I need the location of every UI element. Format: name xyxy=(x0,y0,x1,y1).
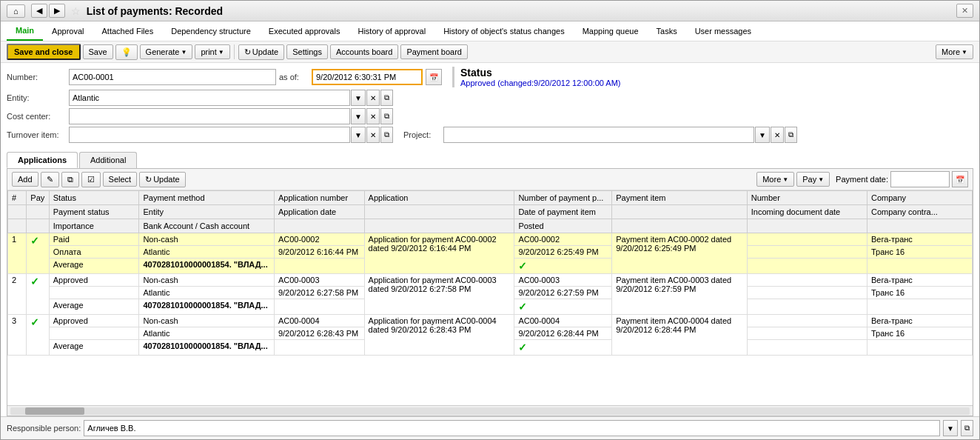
col-header-entity: Entity xyxy=(139,205,275,219)
col-header-status: Status xyxy=(49,191,139,205)
table-row-2[interactable]: 2 ✓ Approved Non-cash AC00-0003 Applicat… xyxy=(8,274,973,287)
cost-center-clear[interactable]: ✕ xyxy=(366,108,380,124)
select-button[interactable]: Select xyxy=(103,172,138,187)
sub-more-button[interactable]: More ▼ xyxy=(756,172,794,187)
date-input[interactable] xyxy=(312,69,423,85)
row2-contrapart: Транс 16 xyxy=(867,287,972,299)
row-contrapart: Транс 16 xyxy=(867,246,972,259)
menu-tasks[interactable]: Tasks xyxy=(648,22,686,40)
row-numpay: AC00-0002 xyxy=(514,233,612,246)
row3-application: Application for payment AC00-0004 dated … xyxy=(364,315,514,356)
row2-num: 2 xyxy=(8,274,27,315)
tab-additional[interactable]: Additional xyxy=(79,152,137,168)
row3-datepay: 9/20/2012 6:28:44 PM xyxy=(514,327,612,340)
settings-button[interactable]: Settings xyxy=(286,44,328,59)
check-button[interactable]: ☑ xyxy=(81,172,101,187)
home-button[interactable]: ⌂ xyxy=(7,4,25,18)
row-application: Application for payment AC00-0002 dated … xyxy=(364,233,514,274)
col-header-appnum: Application number xyxy=(274,191,364,205)
project-open[interactable]: ⧉ xyxy=(785,127,797,143)
copy-button[interactable]: ⧉ xyxy=(61,172,79,187)
menu-user-messages[interactable]: User messages xyxy=(686,22,760,40)
edit-icon-button[interactable]: ✎ xyxy=(41,172,59,187)
accounts-board-button[interactable]: Accounts board xyxy=(330,44,398,59)
calendar-icon[interactable]: 📅 xyxy=(426,69,442,85)
update-button[interactable]: ↻ Update xyxy=(238,44,284,60)
row3-pay: ✓ xyxy=(27,315,49,356)
turnover-open[interactable]: ⧉ xyxy=(380,127,393,143)
col-header-importance: Importance xyxy=(49,219,139,233)
row-status: Paid xyxy=(49,233,139,246)
turnover-dropdown[interactable]: ▼ xyxy=(351,127,366,143)
responsible-open[interactable]: ⧉ xyxy=(961,420,973,436)
save-button[interactable]: Save xyxy=(83,44,113,59)
menu-executed-approvals[interactable]: Executed approvals xyxy=(260,22,349,40)
print-button[interactable]: print ▼ xyxy=(195,44,229,59)
turnover-input[interactable] xyxy=(69,127,350,143)
row-bankaccount: 4070281010000001854. "ВЛАД... xyxy=(139,259,275,274)
forward-button[interactable]: ▶ xyxy=(49,4,65,18)
cost-center-open[interactable]: ⧉ xyxy=(380,108,393,124)
back-button[interactable]: ◀ xyxy=(31,4,47,18)
project-dropdown[interactable]: ▼ xyxy=(755,127,770,143)
col-header-app3 xyxy=(364,219,514,233)
project-clear[interactable]: ✕ xyxy=(771,127,784,143)
row2-method: Non-cash xyxy=(139,274,275,287)
col-header-payitem: Payment item xyxy=(612,191,748,205)
col-header-num2 xyxy=(8,205,27,219)
as-of-label: as of: xyxy=(279,73,309,81)
menu-dependency[interactable]: Dependency structure xyxy=(162,22,260,40)
generate-button[interactable]: Generate ▼ xyxy=(140,44,193,59)
close-button[interactable]: ✕ xyxy=(956,4,973,18)
cost-center-input[interactable] xyxy=(69,108,350,124)
lightbulb-button[interactable]: 💡 xyxy=(115,44,138,60)
cost-center-label: Cost center: xyxy=(7,112,66,121)
payment-cal-icon[interactable]: 📅 xyxy=(952,171,968,187)
number-input[interactable] xyxy=(69,69,276,85)
row3-appnum3 xyxy=(274,340,364,356)
sub-update-button[interactable]: ↻ Update xyxy=(139,172,185,187)
row3-company: Вега-транс xyxy=(867,315,972,327)
row2-importance: Average xyxy=(49,299,139,315)
menu-approval[interactable]: Approval xyxy=(43,22,93,40)
row3-numpay: AC00-0004 xyxy=(514,315,612,327)
menu-attached-files[interactable]: Attached Files xyxy=(93,22,162,40)
col-header-company: Company xyxy=(867,191,972,205)
row2-number xyxy=(747,274,867,287)
pay-button[interactable]: Pay ▼ xyxy=(796,172,830,187)
col-header-contrapart: Company contra... xyxy=(867,205,972,219)
col-header-company3 xyxy=(867,219,972,233)
row3-paystatus xyxy=(49,327,139,340)
payment-board-button[interactable]: Payment board xyxy=(400,44,468,59)
menu-main[interactable]: Main xyxy=(7,21,43,41)
col-header-payitem2 xyxy=(612,205,748,219)
turnover-label: Turnover item: xyxy=(7,130,66,139)
menu-mapping[interactable]: Mapping queue xyxy=(574,22,648,40)
cost-center-dropdown[interactable]: ▼ xyxy=(351,108,366,124)
col-header-bankaccount: Bank Account / Cash account xyxy=(139,219,275,233)
save-close-button[interactable]: Save and close xyxy=(7,44,81,60)
more-button[interactable]: More ▼ xyxy=(936,44,973,59)
responsible-dropdown[interactable]: ▼ xyxy=(943,420,958,436)
row2-appnum3 xyxy=(274,299,364,315)
turnover-clear[interactable]: ✕ xyxy=(366,127,380,143)
menu-history-status[interactable]: History of object's status changes xyxy=(434,22,574,40)
table-row-3[interactable]: 3 ✓ Approved Non-cash AC00-0004 Applicat… xyxy=(8,315,973,327)
row3-appnum: AC00-0004 xyxy=(274,315,364,327)
row2-posted: ✓ xyxy=(514,299,612,315)
row2-company: Вега-транс xyxy=(867,274,972,287)
menu-history-approval[interactable]: History of approval xyxy=(349,22,434,40)
entity-open[interactable]: ⧉ xyxy=(380,90,393,106)
payment-date-input[interactable]: / / xyxy=(890,171,950,187)
add-button[interactable]: Add xyxy=(12,172,38,187)
row3-number xyxy=(747,315,867,327)
responsible-input[interactable] xyxy=(84,420,940,436)
project-input[interactable] xyxy=(443,127,754,143)
tab-applications[interactable]: Applications xyxy=(7,152,78,168)
entity-clear[interactable]: ✕ xyxy=(366,90,380,106)
row3-entity: Atlantic xyxy=(139,327,275,340)
row-payitem: Payment item AC00-0002 dated 9/20/2012 6… xyxy=(612,233,748,274)
entity-dropdown[interactable]: ▼ xyxy=(351,90,366,106)
table-row[interactable]: 1 ✓ Paid Non-cash AC00-0002 Application … xyxy=(8,233,973,246)
entity-input[interactable] xyxy=(69,90,350,106)
